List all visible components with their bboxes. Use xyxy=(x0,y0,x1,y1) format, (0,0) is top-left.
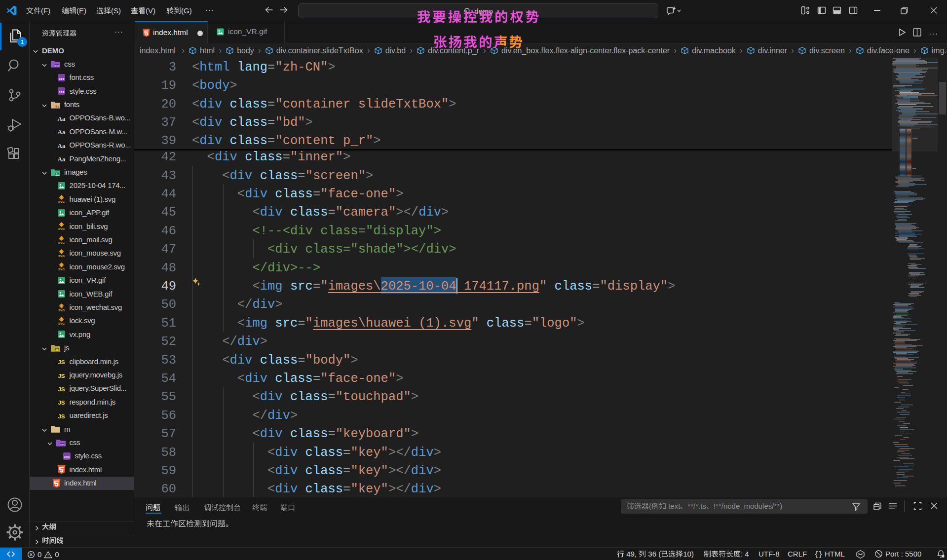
svg-text:css: css xyxy=(59,90,65,94)
svg-text:Aa: Aa xyxy=(55,105,59,109)
svg-text:SVG: SVG xyxy=(58,267,65,271)
svg-text:css: css xyxy=(59,76,65,80)
svg-text:Aa: Aa xyxy=(58,142,66,149)
svg-text:SVG: SVG xyxy=(58,227,65,230)
svg-text:css: css xyxy=(60,443,65,446)
svg-text:css: css xyxy=(55,64,59,67)
svg-text:Aa: Aa xyxy=(58,155,66,163)
svg-text:JS: JS xyxy=(58,400,65,406)
svg-text:SVG: SVG xyxy=(58,322,65,325)
svg-text:JS: JS xyxy=(58,386,65,392)
svg-text:JS: JS xyxy=(55,348,59,351)
svg-text:css: css xyxy=(64,455,70,458)
svg-text:JS: JS xyxy=(58,373,65,379)
svg-text:JS: JS xyxy=(58,413,65,419)
svg-text:Aa: Aa xyxy=(58,128,66,136)
svg-text:SVG: SVG xyxy=(58,254,65,258)
svg-text:SVG: SVG xyxy=(58,308,65,312)
svg-text:SVG: SVG xyxy=(58,241,65,244)
svg-text:SVG: SVG xyxy=(58,200,65,203)
svg-text:Aa: Aa xyxy=(58,115,66,122)
svg-text:JS: JS xyxy=(58,359,65,365)
